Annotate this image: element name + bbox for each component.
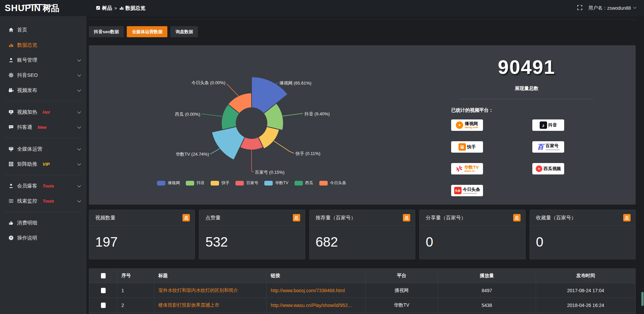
platform-subtext-bar — [463, 193, 477, 194]
fullscreen-icon[interactable] — [577, 5, 582, 11]
topbar: SHUPIN 树品 树品 > 数据总览 用户名： zswodun88 — [0, 0, 644, 16]
sidebar-item-操作说明[interactable]: ?操作说明 — [0, 231, 87, 245]
chat-icon — [8, 124, 14, 130]
platform-badge-播视网: 播视网boosj.com — [451, 119, 483, 131]
sidebar-item-label: 会员爆客 — [17, 183, 37, 189]
breadcrumb-current[interactable]: 数据总览 — [119, 5, 146, 11]
stat-card-label: 推荐量（百家号） — [316, 215, 356, 221]
sidebar-item-label: 视频发布 — [17, 87, 37, 94]
legend-chip — [319, 181, 328, 186]
breadcrumb-home[interactable]: 树品 — [96, 5, 112, 11]
tab-全媒体运营数据[interactable]: 全媒体运营数据 — [127, 26, 167, 37]
column-header: 标题 — [158, 273, 168, 279]
stat-card-header: 分享量（百家号） 总 — [420, 210, 525, 226]
sidebar-divider — [5, 175, 81, 175]
legend-item-华数TV[interactable]: 华数TV — [264, 180, 288, 186]
edit-square-icon — [96, 5, 100, 11]
legend-chip — [294, 181, 303, 186]
main-content: 抖音seo数据全媒体运营数据询盘数据 播视网 (65.61%)抖音 (9.40%… — [87, 16, 644, 314]
stat-card-label: 收藏量（百家号） — [536, 215, 576, 221]
videos-table: 序号标题链接平台播放量发布时间1室外水纹灯和室内水纹灯的区别和简介http://… — [89, 268, 636, 314]
chart-icon — [8, 42, 14, 48]
sidebar: 首页数据总览账号管理抖音SEO视频发布视频加热Hot抖客通New全媒体运营矩阵助… — [0, 16, 87, 314]
legend-chip — [264, 181, 273, 186]
sidebar-item-全媒体运营[interactable]: 全媒体运营 — [0, 142, 87, 156]
platform-badge-抖音: ♪抖音 — [532, 119, 564, 131]
breadcrumb-separator: > — [114, 6, 117, 11]
cell-url-link[interactable]: http://www.boosj.com/7338468.html — [271, 288, 345, 293]
legend-item-西瓜[interactable]: 西瓜 — [294, 180, 313, 186]
pie-label-播视网: 播视网 (65.61%) — [279, 80, 311, 86]
heat-icon — [8, 109, 14, 115]
chevron-down-icon — [77, 199, 81, 202]
sidebar-item-label: 消费明细 — [17, 220, 37, 226]
legend-item-快手[interactable]: 快手 — [211, 180, 229, 186]
stat-card-推荐量（百家号）: 推荐量（百家号） 总 682 — [309, 210, 415, 259]
legend-chip — [157, 181, 165, 186]
pie-label-line-西瓜 — [202, 114, 222, 116]
pie-slice-华数TV[interactable] — [212, 126, 245, 160]
stat-card-value: 682 — [310, 226, 415, 250]
legend-label: 抖音 — [197, 180, 205, 186]
legend-item-百家号[interactable]: 百家号 — [235, 180, 258, 186]
chevron-down-icon — [77, 162, 81, 165]
sidebar-item-账号管理[interactable]: 账号管理 — [0, 53, 87, 67]
page-scrollbar[interactable] — [641, 16, 644, 314]
platform-name: 华数TV — [464, 165, 479, 170]
select-all-checkbox[interactable] — [101, 273, 106, 278]
logo-arc — [19, 4, 56, 10]
stat-card-header: 点赞量 总 — [199, 210, 305, 226]
legend-item-抖音[interactable]: 抖音 — [186, 180, 205, 186]
column-header: 发布时间 — [576, 273, 595, 279]
cell-title-link[interactable]: 楼体投影灯投影效果震撼上市 — [158, 302, 219, 308]
sidebar-item-label: 抖客通 — [17, 124, 32, 130]
legend-label: 华数TV — [275, 180, 288, 186]
sidebar-item-线索监控[interactable]: 线索监控Tools — [0, 194, 87, 208]
sidebar-item-会员爆客[interactable]: 会员爆客Tools — [0, 179, 87, 193]
legend-chip — [235, 181, 244, 186]
cell-title-link[interactable]: 室外水纹灯和室内水纹灯的区别和简介 — [158, 287, 238, 294]
sidebar-item-tag: VIP — [43, 162, 50, 167]
stat-card-value: 532 — [199, 226, 305, 250]
gear-icon — [8, 72, 14, 78]
user-menu[interactable]: 用户名： zswodun88 — [588, 5, 636, 11]
platform-badge-华数TV: 华数TVwasu.cn — [451, 163, 483, 174]
sidebar-item-label: 抖音SEO — [17, 72, 38, 78]
scrollbar-thumb[interactable] — [641, 292, 644, 306]
row-checkbox[interactable] — [101, 303, 106, 308]
platforms-title: 已统计的视频平台： — [451, 107, 622, 113]
sidebar-item-视频发布[interactable]: 视频发布 — [0, 84, 87, 97]
stat-card-label: 分享量（百家号） — [426, 215, 466, 221]
legend-item-今日头条[interactable]: 今日头条 — [319, 180, 346, 186]
sidebar-item-首页[interactable]: 首页 — [0, 23, 87, 37]
pie-label-西瓜: 西瓜 (0.00%) — [175, 111, 200, 117]
kuaishou-logo-icon — [459, 143, 466, 151]
sidebar-item-数据总览[interactable]: 数据总览 — [0, 38, 87, 52]
chevron-down-icon — [77, 147, 81, 150]
platform-badge-今日头条: 头条今日头条 — [451, 185, 483, 196]
sidebar-item-label: 线索监控 — [17, 198, 37, 204]
platform-subtext: boosj.com — [465, 126, 478, 129]
platforms-grid: 播视网boosj.com♪抖音快手百百家号华数TVwasu.cn西瓜视频头条今日… — [451, 119, 622, 196]
pie-label-快手: 快手 (0.11%) — [296, 151, 320, 157]
legend-item-播视网[interactable]: 播视网 — [157, 180, 180, 186]
legend-chip — [186, 181, 194, 186]
sidebar-item-消费明细[interactable]: 消费明细 — [0, 216, 87, 229]
cell-url-link[interactable]: http://www.wasu.cn/Play/show/id/952... — [271, 303, 352, 308]
row-checkbox[interactable] — [101, 288, 106, 293]
sidebar-item-label: 矩阵助推 — [17, 161, 37, 167]
sidebar-item-视频加热[interactable]: 视频加热Hot — [0, 105, 87, 119]
platform-name: 抖音 — [548, 123, 557, 127]
sliders-icon — [8, 198, 14, 204]
tab-询盘数据[interactable]: 询盘数据 — [170, 26, 198, 37]
sidebar-item-矩阵助推[interactable]: 矩阵助推VIP — [0, 157, 87, 171]
chart-panel: 播视网 (65.61%)抖音 (9.40%)快手 (0.11%)百家号 (0.1… — [89, 45, 636, 205]
tab-抖音seo数据[interactable]: 抖音seo数据 — [89, 26, 124, 37]
platform-badge-百家号: 百百家号 — [532, 141, 564, 153]
sidebar-item-tag: New — [38, 125, 47, 130]
stat-card-value: 197 — [89, 226, 195, 250]
sidebar-item-抖音SEO[interactable]: 抖音SEO — [0, 68, 87, 82]
sidebar-item-tag: Hot — [43, 110, 50, 115]
sidebar-item-抖客通[interactable]: 抖客通New — [0, 120, 87, 134]
table-row-partial — [89, 313, 636, 314]
